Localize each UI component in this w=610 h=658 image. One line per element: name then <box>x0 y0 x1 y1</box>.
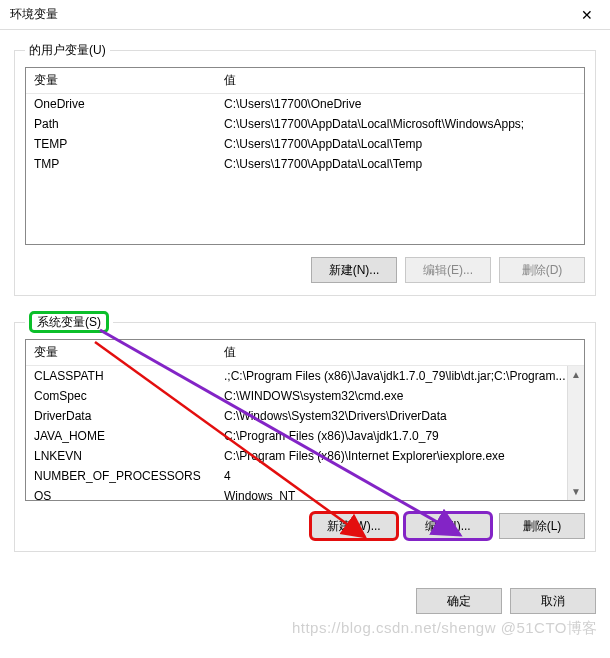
system-vars-group: 系统变量(S) 变量 值 CLASSPATH.;C:\Program Files… <box>14 314 596 552</box>
close-icon: ✕ <box>581 7 593 23</box>
var-value-cell: C:\Users\17700\AppData\Local\Temp <box>216 154 584 174</box>
table-row[interactable]: CLASSPATH.;C:\Program Files (x86)\Java\j… <box>26 366 584 387</box>
user-vars-buttons: 新建(N)... 编辑(E)... 删除(D) <box>25 257 585 283</box>
var-name-cell: OneDrive <box>26 94 216 115</box>
user-vars-group: 的用户变量(U) 变量 值 OneDriveC:\Users\17700\One… <box>14 42 596 296</box>
scrollbar[interactable]: ▲ ▼ <box>567 366 584 500</box>
system-vars-table-wrap[interactable]: 变量 值 CLASSPATH.;C:\Program Files (x86)\J… <box>25 339 585 501</box>
table-row[interactable]: TMPC:\Users\17700\AppData\Local\Temp <box>26 154 584 174</box>
table-row[interactable]: OSWindows_NT <box>26 486 584 501</box>
user-vars-legend: 的用户变量(U) <box>25 42 110 59</box>
dialog-footer: 确定 取消 <box>0 580 610 628</box>
var-name-cell: JAVA_HOME <box>26 426 216 446</box>
var-name-cell: NUMBER_OF_PROCESSORS <box>26 466 216 486</box>
system-vars-legend-text: 系统变量(S) <box>29 311 109 333</box>
var-value-cell: C:\Windows\System32\Drivers\DriverData <box>216 406 584 426</box>
user-vars-table-wrap[interactable]: 变量 值 OneDriveC:\Users\17700\OneDrivePath… <box>25 67 585 245</box>
var-value-cell: C:\WINDOWS\system32\cmd.exe <box>216 386 584 406</box>
table-row[interactable]: TEMPC:\Users\17700\AppData\Local\Temp <box>26 134 584 154</box>
var-value-cell: C:\Users\17700\AppData\Local\Microsoft\W… <box>216 114 584 134</box>
col-header-var[interactable]: 变量 <box>26 68 216 94</box>
var-value-cell: C:\Program Files (x86)\Internet Explorer… <box>216 446 584 466</box>
var-name-cell: Path <box>26 114 216 134</box>
var-name-cell: ComSpec <box>26 386 216 406</box>
scroll-down-icon[interactable]: ▼ <box>568 483 584 500</box>
table-row[interactable]: OneDriveC:\Users\17700\OneDrive <box>26 94 584 115</box>
var-value-cell: 4 <box>216 466 584 486</box>
var-value-cell: C:\Users\17700\AppData\Local\Temp <box>216 134 584 154</box>
cancel-button[interactable]: 取消 <box>510 588 596 614</box>
dialog-content: 的用户变量(U) 变量 值 OneDriveC:\Users\17700\One… <box>0 30 610 580</box>
var-name-cell: DriverData <box>26 406 216 426</box>
table-row[interactable]: JAVA_HOMEC:\Program Files (x86)\Java\jdk… <box>26 426 584 446</box>
titlebar: 环境变量 ✕ <box>0 0 610 30</box>
system-edit-button[interactable]: 编辑(I)... <box>405 513 491 539</box>
table-row[interactable]: NUMBER_OF_PROCESSORS4 <box>26 466 584 486</box>
var-name-cell: LNKEVN <box>26 446 216 466</box>
col-header-var[interactable]: 变量 <box>26 340 216 366</box>
user-new-button[interactable]: 新建(N)... <box>311 257 397 283</box>
var-value-cell: C:\Users\17700\OneDrive <box>216 94 584 115</box>
var-value-cell: Windows_NT <box>216 486 584 501</box>
col-header-val[interactable]: 值 <box>216 340 584 366</box>
user-vars-table: 变量 值 OneDriveC:\Users\17700\OneDrivePath… <box>26 68 584 174</box>
var-name-cell: TMP <box>26 154 216 174</box>
var-name-cell: TEMP <box>26 134 216 154</box>
user-delete-button: 删除(D) <box>499 257 585 283</box>
var-name-cell: OS <box>26 486 216 501</box>
col-header-val[interactable]: 值 <box>216 68 584 94</box>
var-value-cell: .;C:\Program Files (x86)\Java\jdk1.7.0_7… <box>216 366 584 387</box>
close-button[interactable]: ✕ <box>564 0 610 30</box>
user-edit-button: 编辑(E)... <box>405 257 491 283</box>
window-title: 环境变量 <box>10 6 58 23</box>
system-vars-legend: 系统变量(S) <box>25 314 113 331</box>
system-new-button[interactable]: 新建(W)... <box>311 513 397 539</box>
scroll-up-icon[interactable]: ▲ <box>568 366 584 383</box>
table-row[interactable]: DriverDataC:\Windows\System32\Drivers\Dr… <box>26 406 584 426</box>
var-name-cell: CLASSPATH <box>26 366 216 387</box>
ok-button[interactable]: 确定 <box>416 588 502 614</box>
var-value-cell: C:\Program Files (x86)\Java\jdk1.7.0_79 <box>216 426 584 446</box>
table-row[interactable]: LNKEVNC:\Program Files (x86)\Internet Ex… <box>26 446 584 466</box>
system-vars-buttons: 新建(W)... 编辑(I)... 删除(L) <box>25 513 585 539</box>
table-row[interactable]: ComSpecC:\WINDOWS\system32\cmd.exe <box>26 386 584 406</box>
table-row[interactable]: PathC:\Users\17700\AppData\Local\Microso… <box>26 114 584 134</box>
system-delete-button[interactable]: 删除(L) <box>499 513 585 539</box>
system-vars-table: 变量 值 CLASSPATH.;C:\Program Files (x86)\J… <box>26 340 584 501</box>
